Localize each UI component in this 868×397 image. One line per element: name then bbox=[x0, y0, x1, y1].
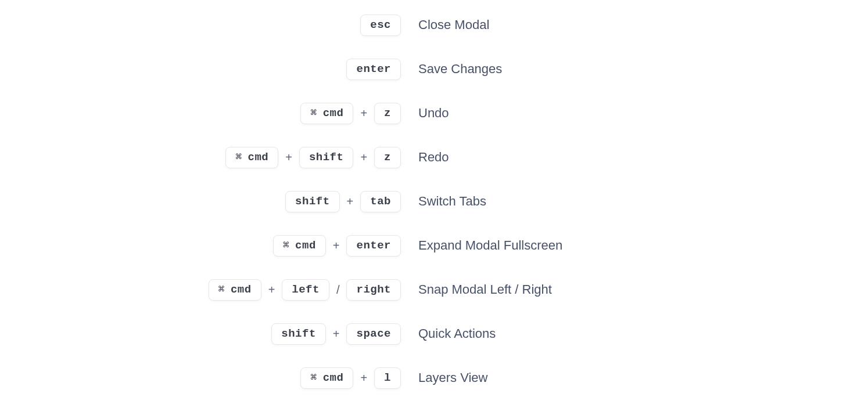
key-l: l bbox=[374, 367, 401, 389]
shortcut-description: Snap Modal Left / Right bbox=[418, 282, 552, 297]
shortcut-keys: enter bbox=[0, 59, 418, 80]
cmd-icon: ⌘ bbox=[283, 240, 289, 251]
key-cmd: ⌘cmd bbox=[225, 147, 278, 168]
key-separator: + bbox=[360, 371, 367, 385]
shortcut-keys: shift+tab bbox=[0, 191, 418, 212]
shortcut-description: Expand Modal Fullscreen bbox=[418, 238, 562, 253]
key-separator: + bbox=[333, 327, 340, 341]
key-label: cmd bbox=[323, 108, 344, 119]
key-enter: enter bbox=[346, 59, 401, 80]
key-enter: enter bbox=[346, 235, 401, 257]
key-separator: + bbox=[360, 151, 367, 164]
key-esc: esc bbox=[360, 15, 401, 36]
shortcut-description: Switch Tabs bbox=[418, 194, 486, 209]
shortcut-list: escClose ModalenterSave Changes⌘cmd+zUnd… bbox=[0, 12, 868, 391]
cmd-icon: ⌘ bbox=[310, 108, 317, 118]
key-cmd: ⌘cmd bbox=[209, 279, 261, 301]
shortcut-row: ⌘cmd+enterExpand Modal Fullscreen bbox=[0, 232, 868, 259]
key-separator: + bbox=[347, 195, 354, 208]
key-label: cmd bbox=[248, 152, 268, 163]
key-separator: + bbox=[268, 283, 275, 297]
key-z: z bbox=[374, 147, 401, 168]
shortcut-row: ⌘cmd+left/rightSnap Modal Left / Right bbox=[0, 276, 868, 303]
shortcut-row: ⌘cmd+lLayers View bbox=[0, 364, 868, 391]
key-space: space bbox=[346, 323, 401, 345]
shortcut-keys: ⌘cmd+l bbox=[0, 367, 418, 389]
key-separator: + bbox=[360, 107, 367, 120]
cmd-icon: ⌘ bbox=[218, 284, 225, 295]
key-separator: + bbox=[285, 151, 292, 164]
shortcut-keys: ⌘cmd+shift+z bbox=[0, 147, 418, 168]
key-tab: tab bbox=[360, 191, 401, 212]
shortcut-row: ⌘cmd+zUndo bbox=[0, 100, 868, 127]
shortcut-keys: ⌘cmd+left/right bbox=[0, 279, 418, 301]
key-separator: + bbox=[333, 239, 340, 252]
shortcut-keys: esc bbox=[0, 15, 418, 36]
key-shift: shift bbox=[299, 147, 354, 168]
key-cmd: ⌘cmd bbox=[273, 235, 326, 257]
key-cmd: ⌘cmd bbox=[300, 103, 353, 124]
shortcut-description: Quick Actions bbox=[418, 326, 496, 341]
shortcut-row: ⌘cmd+shift+zRedo bbox=[0, 144, 868, 171]
key-label: cmd bbox=[323, 373, 344, 384]
cmd-icon: ⌘ bbox=[310, 373, 317, 383]
shortcut-description: Undo bbox=[418, 106, 449, 121]
shortcut-description: Close Modal bbox=[418, 17, 489, 33]
key-cmd: ⌘cmd bbox=[300, 367, 353, 389]
key-left: left bbox=[282, 279, 329, 301]
key-shift: shift bbox=[271, 323, 326, 345]
shortcut-row: escClose Modal bbox=[0, 12, 868, 38]
shortcut-description: Layers View bbox=[418, 370, 487, 385]
cmd-icon: ⌘ bbox=[235, 152, 242, 163]
shortcut-row: shift+tabSwitch Tabs bbox=[0, 188, 868, 215]
shortcut-row: shift+spaceQuick Actions bbox=[0, 320, 868, 347]
key-separator: / bbox=[336, 283, 340, 297]
key-right: right bbox=[346, 279, 401, 301]
key-label: cmd bbox=[231, 284, 252, 295]
key-z: z bbox=[374, 103, 401, 124]
shortcut-row: enterSave Changes bbox=[0, 56, 868, 82]
key-label: cmd bbox=[295, 240, 316, 251]
shortcut-description: Save Changes bbox=[418, 62, 502, 77]
key-shift: shift bbox=[285, 191, 340, 212]
shortcut-keys: ⌘cmd+enter bbox=[0, 235, 418, 257]
shortcut-description: Redo bbox=[418, 150, 449, 165]
shortcut-keys: ⌘cmd+z bbox=[0, 103, 418, 124]
shortcut-keys: shift+space bbox=[0, 323, 418, 345]
